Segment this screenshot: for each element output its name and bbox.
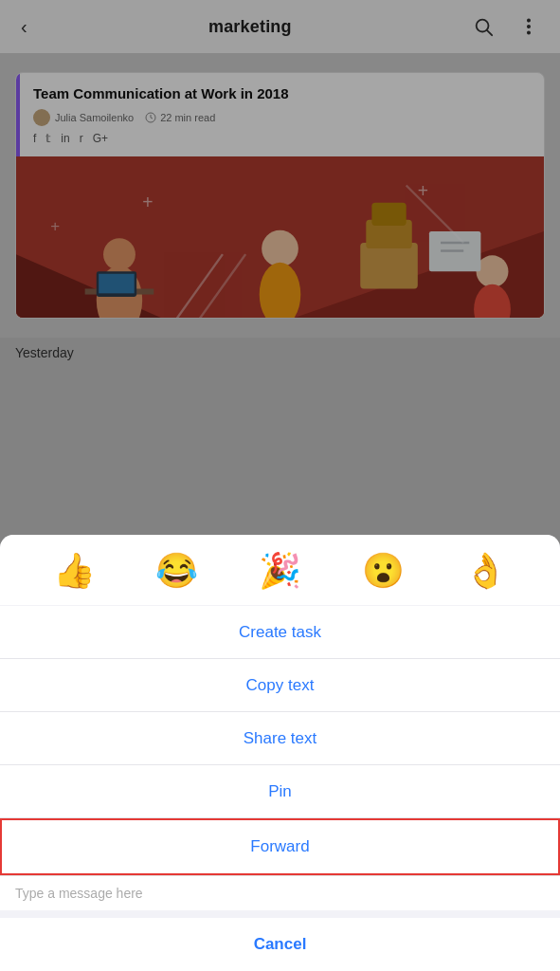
share-text-label: Share text <box>244 729 317 748</box>
copy-text-label: Copy text <box>246 676 315 695</box>
cancel-button[interactable]: Cancel <box>0 918 560 971</box>
forward-label: Forward <box>250 837 309 856</box>
emoji-ok[interactable]: 👌 <box>464 554 507 588</box>
create-task-button[interactable]: Create task <box>0 606 560 659</box>
emoji-thumbsup[interactable]: 👍 <box>53 554 96 588</box>
cancel-section: Cancel <box>0 918 560 971</box>
context-menu: 👍 😂 🎉 😮 👌 Create task Copy text Share te… <box>0 535 560 971</box>
create-task-label: Create task <box>239 623 321 642</box>
cancel-label: Cancel <box>254 935 307 954</box>
forward-button[interactable]: Forward <box>0 818 560 875</box>
share-text-button[interactable]: Share text <box>0 712 560 765</box>
emoji-row: 👍 😂 🎉 😮 👌 <box>0 535 560 605</box>
emoji-wow[interactable]: 😮 <box>362 554 405 588</box>
menu-section: Create task Copy text Share text Pin For… <box>0 606 560 875</box>
pin-label: Pin <box>268 782 292 801</box>
emoji-laugh[interactable]: 😂 <box>155 554 198 588</box>
message-placeholder: Type a message here <box>15 886 143 901</box>
emoji-party[interactable]: 🎉 <box>259 554 301 588</box>
message-bar: Type a message here <box>0 875 560 910</box>
pin-button[interactable]: Pin <box>0 765 560 818</box>
copy-text-button[interactable]: Copy text <box>0 659 560 712</box>
